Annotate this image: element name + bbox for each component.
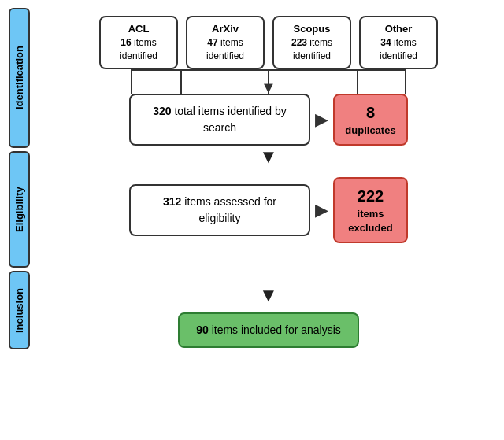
eligibility-label: Eligibility xyxy=(9,151,30,268)
source-other: Other 34 items identified xyxy=(359,16,438,69)
bracket-connector: ▼ xyxy=(91,69,446,94)
assessed-row: 312 items assessed for eligibility ▶ 222… xyxy=(41,177,496,243)
source-arxiv: ArXiv 47 items identified xyxy=(186,16,265,69)
identification-label: Identification xyxy=(9,8,30,148)
arrow-between-2-3: ▼ xyxy=(41,284,496,306)
total-row: 320 total items identified by search ▶ 8… xyxy=(41,94,496,146)
arrow-to-excluded: ▶ xyxy=(315,200,328,220)
assessed-box-wrapper: 312 items assessed for eligibility xyxy=(129,184,310,236)
included-box: 90 items included for analysis xyxy=(178,312,359,348)
source-acl: ACL 16 items identified xyxy=(99,16,178,69)
sidebar: Identification Eligibility Inclusion xyxy=(0,0,38,440)
identification-section: ACL 16 items identified ArXiv 47 items i… xyxy=(41,8,496,146)
main-content: ACL 16 items identified ArXiv 47 items i… xyxy=(38,0,504,440)
arrow-to-duplicates: ▶ xyxy=(315,109,328,130)
inclusion-section: 90 items included for analysis xyxy=(41,306,496,393)
total-identified-box: 320 total items identified by search xyxy=(129,94,310,146)
arrow-between-1-2: ▼ xyxy=(41,146,496,168)
duplicates-box: 8 duplicates xyxy=(333,94,408,146)
source-scopus: Scopus 223 items identified xyxy=(272,16,351,69)
included-box-wrapper: 90 items included for analysis xyxy=(178,312,359,348)
source-row: ACL 16 items identified ArXiv 47 items i… xyxy=(99,16,438,69)
total-box-wrapper: 320 total items identified by search xyxy=(129,94,310,146)
assessed-box: 312 items assessed for eligibility xyxy=(129,184,310,236)
eligibility-section: 312 items assessed for eligibility ▶ 222… xyxy=(41,168,496,284)
inclusion-label: Inclusion xyxy=(9,271,30,349)
excluded-box: 222 items excluded xyxy=(333,177,408,243)
